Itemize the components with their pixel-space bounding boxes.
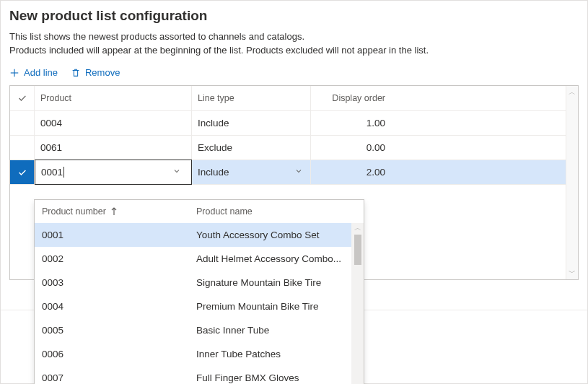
page-title: New product list configuration — [1, 1, 587, 30]
dropdown-body: 0001 Youth Accessory Combo Set 0002 Adul… — [35, 223, 364, 384]
product-cell-editing[interactable]: 0001 — [35, 160, 192, 185]
grid-scrollbar[interactable]: ︿ ﹀ — [566, 86, 578, 279]
dropdown-item[interactable]: 0001 Youth Accessory Combo Set — [35, 223, 364, 247]
dropdown-item-name: Basic Inner Tube — [192, 325, 364, 336]
display-order-cell[interactable]: 1.00 — [311, 111, 392, 135]
remove-button[interactable]: Remove — [71, 67, 120, 78]
dropdown-item-name: Adult Helmet Accessory Combo... — [192, 253, 364, 264]
line-type-cell[interactable]: Exclude — [192, 136, 311, 160]
product-input[interactable]: 0001 — [41, 167, 168, 178]
product-cell[interactable]: 0061 — [35, 136, 192, 160]
dropdown-item-name: Youth Accessory Combo Set — [192, 230, 364, 240]
scroll-down-icon: ﹀ — [569, 268, 576, 278]
description-line-2: Products included will appear at the beg… — [1, 43, 587, 57]
dropdown-item[interactable]: 0007 Full Finger BMX Gloves — [35, 366, 364, 384]
product-lookup-dropdown: Product number Product name 0001 Youth A… — [34, 199, 364, 384]
scroll-up-icon: ︿ — [569, 87, 576, 97]
dropdown-item[interactable]: 0006 Inner Tube Patches — [35, 342, 364, 366]
dropdown-item-name: Full Finger BMX Gloves — [192, 372, 364, 383]
trash-icon — [71, 68, 81, 78]
line-type-cell[interactable]: Include — [192, 111, 311, 135]
table-row[interactable]: 0061 Exclude 0.00 — [10, 135, 578, 160]
dropdown-scrollbar[interactable]: ︿ — [351, 223, 364, 384]
dropdown-item[interactable]: 0005 Basic Inner Tube — [35, 318, 364, 342]
header-product[interactable]: Product — [35, 86, 192, 110]
dropdown-item-name: Premium Mountain Bike Tire — [192, 301, 364, 312]
sort-asc-icon — [110, 207, 118, 216]
dropdown-item-number: 0006 — [35, 349, 192, 359]
row-checkbox[interactable] — [10, 111, 35, 135]
grid-header-row: Product Line type Display order — [10, 86, 578, 110]
chevron-down-icon[interactable] — [168, 167, 185, 178]
dropdown-item-name: Signature Mountain Bike Tire — [192, 277, 364, 288]
header-line-type[interactable]: Line type — [192, 86, 311, 110]
add-line-button[interactable]: Add line — [9, 67, 58, 78]
display-order-cell[interactable]: 2.00 — [311, 160, 392, 184]
dropdown-header: Product number Product name — [35, 200, 364, 223]
scrollbar-thumb[interactable] — [354, 235, 361, 265]
add-line-label: Add line — [24, 67, 58, 78]
select-all-checkbox[interactable] — [10, 86, 35, 110]
dropdown-item[interactable]: 0004 Premium Mountain Bike Tire — [35, 294, 364, 318]
dropdown-header-number-label: Product number — [42, 206, 106, 217]
description-line-1: This list shows the newest products asso… — [1, 30, 587, 43]
checkmark-icon — [17, 167, 27, 178]
header-display-order[interactable]: Display order — [311, 86, 392, 110]
table-row[interactable]: 0004 Include 1.00 — [10, 110, 578, 135]
dropdown-header-number[interactable]: Product number — [35, 206, 192, 217]
dropdown-item-name: Inner Tube Patches — [192, 349, 364, 359]
dropdown-item-number: 0001 — [35, 230, 192, 240]
dropdown-item-number: 0007 — [35, 372, 192, 383]
dropdown-item-number: 0005 — [35, 325, 192, 336]
line-type-value: Include — [198, 167, 229, 178]
toolbar: Add line Remove — [1, 57, 587, 85]
config-panel: New product list configuration This list… — [0, 0, 588, 384]
product-cell[interactable]: 0004 — [35, 111, 192, 135]
row-checkbox[interactable] — [10, 160, 35, 184]
dropdown-item-number: 0003 — [35, 277, 192, 288]
display-order-cell[interactable]: 0.00 — [311, 136, 392, 160]
line-type-cell[interactable]: Include — [192, 160, 311, 184]
chevron-down-icon[interactable] — [294, 167, 303, 178]
scroll-up-icon: ︿ — [354, 223, 361, 233]
dropdown-header-name[interactable]: Product name — [192, 206, 364, 217]
row-checkbox[interactable] — [10, 136, 35, 160]
checkmark-icon — [17, 93, 27, 103]
dropdown-item-number: 0004 — [35, 301, 192, 312]
plus-icon — [9, 68, 19, 78]
remove-label: Remove — [85, 67, 120, 78]
dropdown-item[interactable]: 0002 Adult Helmet Accessory Combo... — [35, 247, 364, 271]
dropdown-item-number: 0002 — [35, 253, 192, 264]
dropdown-item[interactable]: 0003 Signature Mountain Bike Tire — [35, 271, 364, 294]
table-row-selected[interactable]: 0001 Include 2.00 — [10, 160, 578, 184]
